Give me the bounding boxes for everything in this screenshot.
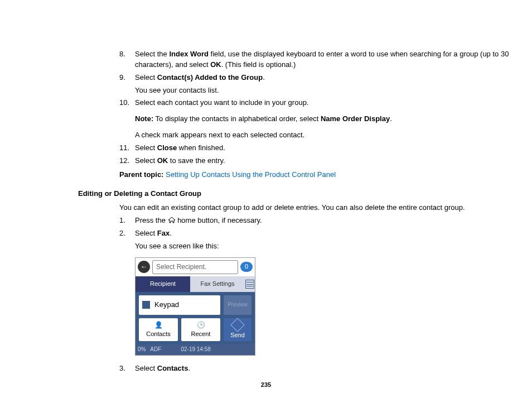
list-item: 9.Select Contact(s) Added to the Group.Y…	[119, 73, 519, 96]
send-button: Send	[224, 318, 252, 341]
step-number: 3.	[119, 363, 135, 374]
keypad-button: Keypad	[139, 295, 220, 315]
home-icon	[168, 216, 176, 224]
tab-fax-settings: Fax Settings	[190, 276, 245, 292]
step-number: 12.	[119, 156, 135, 166]
step-number: 11.	[119, 143, 135, 154]
intro-text: You can edit an existing contact group t…	[119, 203, 519, 213]
section-heading: Editing or Deleting a Contact Group	[78, 189, 519, 199]
preview-button: Preview	[224, 295, 252, 315]
step-text: Select OK to save the entry.	[135, 156, 519, 166]
list-item: 12.Select OK to save the entry.	[119, 156, 519, 166]
step-text: Select each contact you want to include …	[135, 98, 519, 141]
list-item: 10.Select each contact you want to inclu…	[119, 98, 519, 141]
recipient-count-badge: 0	[240, 262, 253, 272]
fax-screen-preview: ←Select Recipient.0RecipientFax Settings…	[135, 257, 255, 356]
status-bar: 0% ADF02-19 14:58	[136, 344, 255, 355]
step-number: 2.	[119, 228, 135, 361]
list-item: 3.Select Contacts.	[119, 363, 519, 374]
parent-topic-label: Parent topic:	[119, 170, 163, 179]
keypad-icon	[142, 301, 150, 309]
step-number: 8.	[119, 49, 135, 70]
list-item: 2.Select Fax.You see a screen like this:…	[119, 228, 519, 361]
ordered-list-a: 8.Select the Index Word field, use the d…	[119, 49, 519, 166]
recent-icon: 🕒	[181, 320, 220, 330]
step-text: Select the Index Word field, use the dis…	[135, 49, 519, 70]
step-text: Select Close when finished.	[135, 143, 519, 154]
back-icon: ←	[138, 261, 150, 273]
ordered-list-b: 1.Press the home button, if necessary.2.…	[119, 215, 519, 373]
note: Note: To display the contacts in alphabe…	[135, 114, 519, 124]
contacts-button: 👤Contacts	[139, 318, 178, 341]
parent-topic-line: Parent topic: Setting Up Contacts Using …	[119, 170, 519, 180]
list-item: 11.Select Close when finished.	[119, 143, 519, 154]
step-text: Select Contacts.	[135, 363, 519, 374]
recent-button: 🕒Recent	[181, 318, 220, 341]
step-text: Select Fax.You see a screen like this:←S…	[135, 228, 519, 361]
step-number: 10.	[119, 98, 135, 141]
step-text: Select Contact(s) Added to the Group.You…	[135, 73, 519, 96]
menu-icon	[245, 276, 255, 292]
step-number: 9.	[119, 73, 135, 96]
list-item: 8.Select the Index Word field, use the d…	[119, 49, 519, 70]
parent-topic-link[interactable]: Setting Up Contacts Using the Product Co…	[166, 170, 336, 179]
recipient-input: Select Recipient.	[152, 260, 238, 274]
tab-recipient: Recipient	[136, 276, 190, 292]
contacts-icon: 👤	[139, 320, 178, 330]
step-text: Press the home button, if necessary.	[135, 215, 519, 226]
send-icon	[230, 318, 244, 332]
step-number: 1.	[119, 215, 135, 226]
list-item: 1.Press the home button, if necessary.	[119, 215, 519, 226]
page-number: 235	[0, 381, 532, 390]
